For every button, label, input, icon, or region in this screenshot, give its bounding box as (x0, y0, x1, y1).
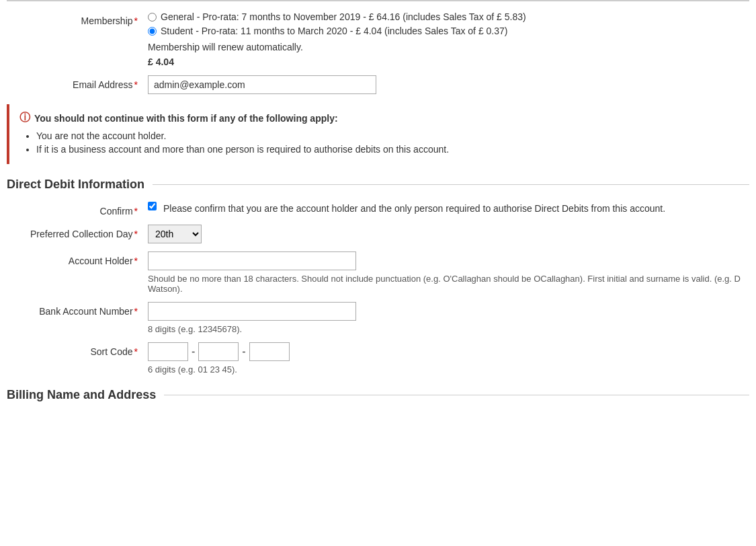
sort-code-group: - - (148, 342, 749, 361)
bank-account-label: Bank Account Number* (7, 302, 148, 317)
membership-student-label[interactable]: Student - Pro-rata: 11 months to March 2… (161, 26, 507, 36)
warning-item-1: You are not the account holder. (36, 130, 739, 141)
confirm-content: Please confirm that you are the account … (148, 202, 749, 214)
sort-code-part1[interactable] (148, 342, 188, 361)
warning-list: You are not the account holder. If it is… (19, 130, 739, 155)
account-holder-input[interactable] (148, 251, 356, 270)
membership-option-general[interactable]: General - Pro-rata: 7 months to November… (148, 11, 749, 22)
sort-code-separator-2: - (242, 346, 245, 358)
sort-code-label: Sort Code* (7, 342, 148, 357)
sort-code-row: Sort Code* - - 6 digits (e.g. 01 23 45). (7, 342, 749, 375)
collection-day-row: Preferred Collection Day* 1st2nd3rd4th 5… (7, 225, 749, 243)
membership-content: General - Pro-rata: 7 months to November… (148, 11, 749, 67)
bank-account-row: Bank Account Number* 8 digits (e.g. 1234… (7, 302, 749, 334)
sort-code-part3[interactable] (249, 342, 290, 361)
direct-debit-title: Direct Debit Information (7, 178, 144, 192)
collection-day-label: Preferred Collection Day* (7, 225, 148, 239)
confirm-label: Confirm* (7, 202, 148, 217)
confirm-description: Please confirm that you are the account … (163, 202, 665, 214)
billing-heading-line (164, 395, 749, 395)
warning-header: ⓘ You should not continue with this form… (19, 111, 739, 125)
page-wrapper: Membership* General - Pro-rata: 7 months… (0, 0, 756, 402)
bank-account-content: 8 digits (e.g. 12345678). (148, 302, 749, 334)
email-content (148, 75, 749, 94)
email-label: Email Address* (7, 75, 148, 90)
sort-code-hint: 6 digits (e.g. 01 23 45). (148, 364, 749, 375)
sort-code-content: - - 6 digits (e.g. 01 23 45). (148, 342, 749, 375)
direct-debit-heading-line (153, 184, 749, 185)
membership-row: Membership* General - Pro-rata: 7 months… (7, 11, 749, 67)
direct-debit-heading: Direct Debit Information (7, 178, 749, 192)
membership-radio-student[interactable] (148, 27, 157, 36)
warning-box: ⓘ You should not continue with this form… (7, 104, 749, 164)
warning-icon: ⓘ (19, 111, 30, 125)
warning-header-text: You should not continue with this form i… (34, 113, 338, 124)
email-row: Email Address* (7, 75, 749, 94)
sort-code-separator-1: - (192, 346, 195, 358)
top-divider (7, 0, 749, 1)
membership-options: General - Pro-rata: 7 months to November… (148, 11, 749, 36)
bank-account-hint: 8 digits (e.g. 12345678). (148, 324, 749, 334)
membership-general-label[interactable]: General - Pro-rata: 7 months to November… (161, 11, 526, 22)
membership-label: Membership* (7, 11, 148, 26)
membership-price: £ 4.04 (148, 56, 749, 67)
warning-item-2: If it is a business account and more tha… (36, 144, 739, 155)
bank-account-input[interactable] (148, 302, 356, 321)
email-input[interactable] (148, 75, 376, 94)
membership-option-student[interactable]: Student - Pro-rata: 11 months to March 2… (148, 26, 749, 36)
sort-code-part2[interactable] (198, 342, 239, 361)
confirm-row: Confirm* Please confirm that you are the… (7, 202, 749, 217)
confirm-area: Please confirm that you are the account … (148, 202, 749, 214)
collection-day-content: 1st2nd3rd4th 5th6th7th8th 9th10th11th12t… (148, 225, 749, 243)
confirm-checkbox[interactable] (148, 202, 157, 210)
collection-day-select[interactable]: 1st2nd3rd4th 5th6th7th8th 9th10th11th12t… (148, 225, 202, 243)
account-holder-content: Should be no more than 18 characters. Sh… (148, 251, 749, 294)
account-holder-row: Account Holder* Should be no more than 1… (7, 251, 749, 294)
membership-renewal-note: Membership will renew automatically. (148, 42, 749, 52)
billing-heading: Billing Name and Address (7, 388, 749, 402)
billing-title: Billing Name and Address (7, 388, 156, 402)
account-holder-hint: Should be no more than 18 characters. Sh… (148, 274, 749, 294)
membership-radio-general[interactable] (148, 13, 157, 22)
account-holder-label: Account Holder* (7, 251, 148, 266)
